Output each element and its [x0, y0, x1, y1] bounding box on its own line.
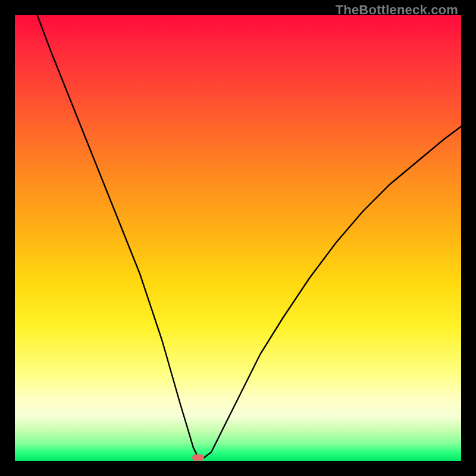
outer-frame: TheBottleneck.com: [0, 0, 476, 476]
plot-area: [15, 15, 461, 461]
bottleneck-curve: [15, 15, 461, 461]
curve-path: [37, 15, 462, 459]
optimum-marker: [192, 455, 204, 461]
